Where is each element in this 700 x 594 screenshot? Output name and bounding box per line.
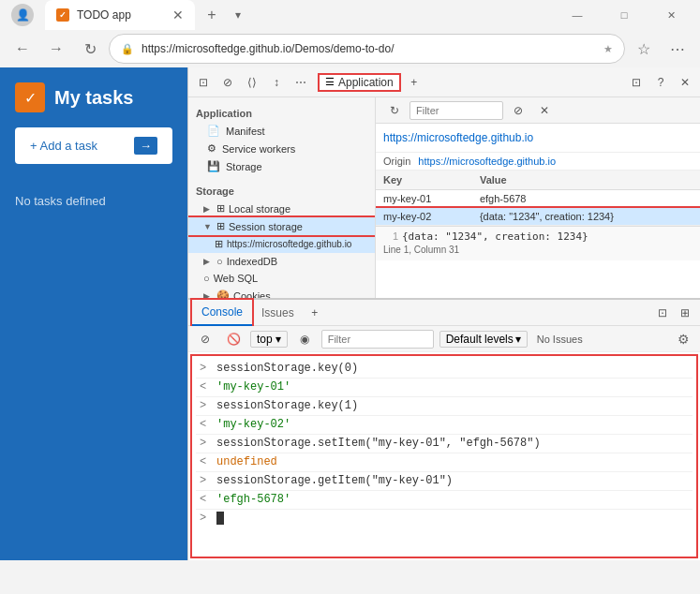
- kv-line: 1 {data: "1234", creation: 1234}: [380, 230, 696, 243]
- sidebar-item-indexeddb[interactable]: ▶ ○ IndexedDB: [188, 253, 375, 270]
- sources-icon[interactable]: ⟨⟩: [241, 71, 263, 94]
- console-tabs: Console Issues + ⊡ ⊞: [188, 300, 700, 326]
- session-storage-expand-icon: ▼: [203, 222, 213, 231]
- local-storage-label: Local storage: [229, 203, 290, 215]
- console-line-4: < 'my-key-02': [196, 416, 693, 435]
- console-context-select[interactable]: top ▾: [250, 331, 288, 348]
- tab-close-button[interactable]: ✕: [172, 7, 184, 22]
- table-row-selected[interactable]: my-key-02 {data: "1234", creation: 1234}: [376, 208, 700, 226]
- sidebar-item-manifest[interactable]: 📄 Manifest: [188, 122, 375, 140]
- console-eye-button[interactable]: ◉: [293, 328, 316, 350]
- console-output[interactable]: > sessionStorage.key(0) < 'my-key-01' > …: [192, 356, 696, 557]
- session-storage-label: Session storage: [229, 221, 303, 232]
- storage-table: Key Value my-key-01 efgh-5678 my-key-02: [376, 171, 700, 226]
- key-cell: my-key-01: [376, 190, 472, 208]
- add-task-button[interactable]: + Add a task →: [15, 127, 172, 164]
- kv-line-number: 1: [380, 230, 398, 242]
- console-levels-select[interactable]: Default levels ▾: [439, 331, 528, 348]
- console-tab-console[interactable]: Console: [192, 300, 252, 326]
- dock-button[interactable]: ⊡: [625, 71, 648, 94]
- value-cell-selected: {data: "1234", creation: 1234}: [472, 208, 700, 226]
- close-button[interactable]: ✕: [649, 0, 693, 30]
- indexeddb-label: IndexedDB: [227, 256, 277, 267]
- console-text-6: undefined: [216, 455, 689, 468]
- collections-button[interactable]: ⋯: [663, 34, 693, 64]
- refresh-storage-button[interactable]: ↻: [383, 99, 406, 122]
- nav-actions: ☆ ⋯: [629, 34, 693, 64]
- clear-filter-button[interactable]: ⊘: [507, 99, 529, 122]
- manifest-icon: 📄: [207, 125, 220, 137]
- add-console-tab-button[interactable]: +: [304, 302, 326, 324]
- sidebar-item-local-storage[interactable]: ▶ ⊞ Local storage: [188, 200, 375, 217]
- forward-button[interactable]: →: [41, 34, 71, 64]
- input-prompt-3: >: [200, 399, 211, 412]
- console-line-2: < 'my-key-01': [196, 379, 693, 397]
- table-row[interactable]: my-key-01 efgh-5678: [376, 190, 700, 208]
- issues-tab-label: Issues: [261, 306, 294, 319]
- storage-table-container: Key Value my-key-01 efgh-5678 my-key-02: [376, 171, 700, 226]
- service-workers-label: Service workers: [222, 143, 295, 155]
- console-block-button[interactable]: 🚫: [222, 328, 245, 350]
- key-cell-selected: my-key-02: [376, 208, 472, 226]
- console-expand-button[interactable]: ⊞: [674, 302, 696, 324]
- back-button[interactable]: ←: [7, 34, 37, 64]
- console-text-4: 'my-key-02': [216, 418, 689, 431]
- console-line-3: > sessionStorage.key(1): [196, 397, 693, 416]
- help-button[interactable]: ?: [649, 71, 672, 94]
- console-filter-input[interactable]: [321, 330, 434, 349]
- sidebar-item-session-storage[interactable]: ▼ ⊞ Session storage: [188, 217, 375, 235]
- main-content: ✓ My tasks + Add a task → No tasks defin…: [0, 67, 700, 560]
- console-tab-issues[interactable]: Issues: [252, 300, 304, 326]
- application-tab-icon: ☰: [325, 76, 335, 88]
- result-prompt-8: <: [200, 493, 211, 506]
- console-input-line[interactable]: >: [196, 510, 693, 527]
- elements-icon[interactable]: ⊡: [192, 71, 215, 94]
- console-icon[interactable]: ⊘: [216, 71, 239, 94]
- console-no-issues: No Issues: [537, 334, 583, 345]
- maximize-button[interactable]: □: [603, 0, 646, 30]
- network-icon[interactable]: ↕: [265, 71, 288, 94]
- favorites-button[interactable]: ☆: [629, 34, 659, 64]
- minimize-button[interactable]: —: [556, 0, 599, 30]
- sidebar-item-storage[interactable]: 💾 Storage: [188, 157, 375, 175]
- kv-editor: 1 {data: "1234", creation: 1234} Line 1,…: [376, 226, 700, 260]
- cursor: [216, 512, 224, 525]
- browser-tab-todo[interactable]: ✓ TODO app ✕: [45, 0, 195, 30]
- title-bar: 👤 ✓ TODO app ✕ + ▾ — □ ✕: [0, 0, 700, 30]
- user-avatar[interactable]: 👤: [11, 4, 34, 26]
- console-line-7: > sessionStorage.getItem("my-key-01"): [196, 472, 693, 491]
- storage-section: Storage ▶ ⊞ Local storage ▼ ⊞ Session st…: [188, 179, 375, 298]
- sidebar-item-websql[interactable]: ○ Web SQL: [188, 270, 375, 287]
- console-settings-button[interactable]: ⚙: [672, 328, 694, 350]
- indexeddb-expand-icon: ▶: [203, 257, 213, 266]
- console-context-arrow: ▾: [276, 333, 281, 346]
- new-tab-button[interactable]: +: [199, 2, 225, 28]
- result-prompt-2: <: [200, 380, 211, 394]
- console-line-8: < 'efgh-5678': [196, 491, 693, 510]
- tab-dropdown-button[interactable]: ▾: [225, 2, 251, 28]
- console-sidebar-toggle[interactable]: ⊡: [651, 302, 674, 324]
- session-url-icon: ⊞: [215, 238, 223, 250]
- refresh-button[interactable]: ↻: [75, 34, 105, 64]
- sidebar-item-service-workers[interactable]: ⚙ Service workers: [188, 140, 375, 157]
- origin-url: https://microsoftedge.github.io: [383, 131, 533, 144]
- console-text-3: sessionStorage.key(1): [216, 399, 689, 412]
- console-text-7: sessionStorage.getItem("my-key-01"): [216, 474, 689, 487]
- application-tab[interactable]: ☰ Application: [318, 73, 401, 92]
- devtools-close-button[interactable]: ✕: [674, 71, 696, 94]
- browser-window: 👤 ✓ TODO app ✕ + ▾ — □ ✕ ← → ↻ 🔒 https:/…: [0, 0, 700, 67]
- app-title: My tasks: [54, 87, 134, 109]
- origin-value: https://microsoftedge.github.io: [418, 156, 556, 167]
- console-clear-button[interactable]: ⊘: [194, 328, 216, 350]
- no-tasks-label: No tasks defined: [0, 179, 187, 223]
- storage-filter-input[interactable]: [410, 101, 503, 120]
- url-bar[interactable]: 🔒 https://microsoftedge.github.io/Demos/…: [109, 34, 625, 64]
- devtools-main-panel: ↻ ⊘ ✕ https://microsoftedge.github.io Or…: [376, 97, 700, 298]
- add-devtools-tab-button[interactable]: +: [403, 71, 425, 94]
- sidebar-item-cookies[interactable]: ▶ 🍪 Cookies: [188, 287, 375, 298]
- more-tools-icon[interactable]: ⋯: [290, 71, 312, 94]
- close-panel-button[interactable]: ✕: [533, 99, 556, 122]
- sidebar-item-session-storage-url[interactable]: ⊞ https://microsoftedge.github.io: [188, 235, 375, 253]
- cookies-label: Cookies: [233, 290, 271, 299]
- devtools-toolbar: ⊡ ⊘ ⟨⟩ ↕ ⋯ ☰ Application + ⊡ ? ✕: [188, 67, 700, 97]
